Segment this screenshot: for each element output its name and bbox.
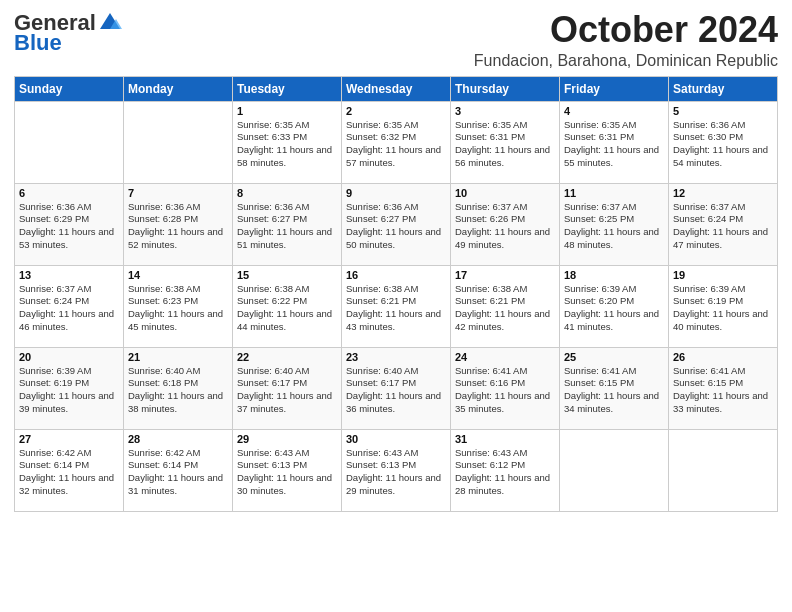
calendar-week-row: 27Sunrise: 6:42 AM Sunset: 6:14 PM Dayli… — [15, 429, 778, 511]
day-number: 27 — [19, 433, 119, 445]
table-row: 4Sunrise: 6:35 AM Sunset: 6:31 PM Daylig… — [560, 101, 669, 183]
col-wednesday: Wednesday — [342, 76, 451, 101]
table-row: 14Sunrise: 6:38 AM Sunset: 6:23 PM Dayli… — [124, 265, 233, 347]
day-number: 25 — [564, 351, 664, 363]
col-friday: Friday — [560, 76, 669, 101]
col-saturday: Saturday — [669, 76, 778, 101]
day-info: Sunrise: 6:41 AM Sunset: 6:16 PM Dayligh… — [455, 365, 555, 416]
day-info: Sunrise: 6:37 AM Sunset: 6:24 PM Dayligh… — [19, 283, 119, 334]
table-row: 20Sunrise: 6:39 AM Sunset: 6:19 PM Dayli… — [15, 347, 124, 429]
day-info: Sunrise: 6:35 AM Sunset: 6:32 PM Dayligh… — [346, 119, 446, 170]
day-number: 17 — [455, 269, 555, 281]
day-info: Sunrise: 6:36 AM Sunset: 6:27 PM Dayligh… — [237, 201, 337, 252]
day-number: 20 — [19, 351, 119, 363]
table-row: 27Sunrise: 6:42 AM Sunset: 6:14 PM Dayli… — [15, 429, 124, 511]
day-info: Sunrise: 6:41 AM Sunset: 6:15 PM Dayligh… — [564, 365, 664, 416]
table-row: 8Sunrise: 6:36 AM Sunset: 6:27 PM Daylig… — [233, 183, 342, 265]
day-info: Sunrise: 6:40 AM Sunset: 6:17 PM Dayligh… — [346, 365, 446, 416]
day-info: Sunrise: 6:36 AM Sunset: 6:28 PM Dayligh… — [128, 201, 228, 252]
day-number: 11 — [564, 187, 664, 199]
day-info: Sunrise: 6:39 AM Sunset: 6:19 PM Dayligh… — [673, 283, 773, 334]
day-number: 18 — [564, 269, 664, 281]
day-number: 2 — [346, 105, 446, 117]
day-number: 30 — [346, 433, 446, 445]
day-number: 3 — [455, 105, 555, 117]
day-info: Sunrise: 6:43 AM Sunset: 6:12 PM Dayligh… — [455, 447, 555, 498]
day-number: 16 — [346, 269, 446, 281]
table-row: 30Sunrise: 6:43 AM Sunset: 6:13 PM Dayli… — [342, 429, 451, 511]
logo-blue: Blue — [14, 30, 62, 56]
table-row: 18Sunrise: 6:39 AM Sunset: 6:20 PM Dayli… — [560, 265, 669, 347]
day-info: Sunrise: 6:35 AM Sunset: 6:31 PM Dayligh… — [564, 119, 664, 170]
table-row: 10Sunrise: 6:37 AM Sunset: 6:26 PM Dayli… — [451, 183, 560, 265]
table-row: 19Sunrise: 6:39 AM Sunset: 6:19 PM Dayli… — [669, 265, 778, 347]
day-number: 21 — [128, 351, 228, 363]
col-tuesday: Tuesday — [233, 76, 342, 101]
day-number: 15 — [237, 269, 337, 281]
table-row: 1Sunrise: 6:35 AM Sunset: 6:33 PM Daylig… — [233, 101, 342, 183]
table-row: 6Sunrise: 6:36 AM Sunset: 6:29 PM Daylig… — [15, 183, 124, 265]
table-row: 2Sunrise: 6:35 AM Sunset: 6:32 PM Daylig… — [342, 101, 451, 183]
table-row: 31Sunrise: 6:43 AM Sunset: 6:12 PM Dayli… — [451, 429, 560, 511]
day-number: 19 — [673, 269, 773, 281]
day-info: Sunrise: 6:38 AM Sunset: 6:23 PM Dayligh… — [128, 283, 228, 334]
table-row: 13Sunrise: 6:37 AM Sunset: 6:24 PM Dayli… — [15, 265, 124, 347]
day-number: 12 — [673, 187, 773, 199]
day-info: Sunrise: 6:40 AM Sunset: 6:18 PM Dayligh… — [128, 365, 228, 416]
day-number: 6 — [19, 187, 119, 199]
table-row — [124, 101, 233, 183]
day-number: 1 — [237, 105, 337, 117]
day-info: Sunrise: 6:37 AM Sunset: 6:24 PM Dayligh… — [673, 201, 773, 252]
day-number: 26 — [673, 351, 773, 363]
calendar-week-row: 13Sunrise: 6:37 AM Sunset: 6:24 PM Dayli… — [15, 265, 778, 347]
day-number: 7 — [128, 187, 228, 199]
day-number: 9 — [346, 187, 446, 199]
day-info: Sunrise: 6:36 AM Sunset: 6:30 PM Dayligh… — [673, 119, 773, 170]
calendar-week-row: 1Sunrise: 6:35 AM Sunset: 6:33 PM Daylig… — [15, 101, 778, 183]
day-info: Sunrise: 6:36 AM Sunset: 6:27 PM Dayligh… — [346, 201, 446, 252]
day-number: 8 — [237, 187, 337, 199]
day-number: 5 — [673, 105, 773, 117]
calendar-week-row: 6Sunrise: 6:36 AM Sunset: 6:29 PM Daylig… — [15, 183, 778, 265]
day-info: Sunrise: 6:39 AM Sunset: 6:19 PM Dayligh… — [19, 365, 119, 416]
calendar-week-row: 20Sunrise: 6:39 AM Sunset: 6:19 PM Dayli… — [15, 347, 778, 429]
day-info: Sunrise: 6:36 AM Sunset: 6:29 PM Dayligh… — [19, 201, 119, 252]
day-number: 23 — [346, 351, 446, 363]
table-row: 9Sunrise: 6:36 AM Sunset: 6:27 PM Daylig… — [342, 183, 451, 265]
table-row: 25Sunrise: 6:41 AM Sunset: 6:15 PM Dayli… — [560, 347, 669, 429]
table-row: 29Sunrise: 6:43 AM Sunset: 6:13 PM Dayli… — [233, 429, 342, 511]
col-monday: Monday — [124, 76, 233, 101]
table-row: 12Sunrise: 6:37 AM Sunset: 6:24 PM Dayli… — [669, 183, 778, 265]
day-info: Sunrise: 6:39 AM Sunset: 6:20 PM Dayligh… — [564, 283, 664, 334]
day-info: Sunrise: 6:38 AM Sunset: 6:21 PM Dayligh… — [455, 283, 555, 334]
day-info: Sunrise: 6:37 AM Sunset: 6:25 PM Dayligh… — [564, 201, 664, 252]
month-title: October 2024 — [474, 10, 778, 50]
day-info: Sunrise: 6:37 AM Sunset: 6:26 PM Dayligh… — [455, 201, 555, 252]
table-row: 11Sunrise: 6:37 AM Sunset: 6:25 PM Dayli… — [560, 183, 669, 265]
day-info: Sunrise: 6:40 AM Sunset: 6:17 PM Dayligh… — [237, 365, 337, 416]
logo: General Blue — [14, 10, 122, 56]
day-info: Sunrise: 6:43 AM Sunset: 6:13 PM Dayligh… — [237, 447, 337, 498]
table-row — [669, 429, 778, 511]
day-info: Sunrise: 6:43 AM Sunset: 6:13 PM Dayligh… — [346, 447, 446, 498]
day-info: Sunrise: 6:38 AM Sunset: 6:21 PM Dayligh… — [346, 283, 446, 334]
day-number: 4 — [564, 105, 664, 117]
col-sunday: Sunday — [15, 76, 124, 101]
table-row: 15Sunrise: 6:38 AM Sunset: 6:22 PM Dayli… — [233, 265, 342, 347]
day-info: Sunrise: 6:42 AM Sunset: 6:14 PM Dayligh… — [19, 447, 119, 498]
title-block: October 2024 Fundacion, Barahona, Domini… — [474, 10, 778, 70]
day-number: 13 — [19, 269, 119, 281]
subtitle: Fundacion, Barahona, Dominican Republic — [474, 52, 778, 70]
calendar-header-row: Sunday Monday Tuesday Wednesday Thursday… — [15, 76, 778, 101]
day-info: Sunrise: 6:38 AM Sunset: 6:22 PM Dayligh… — [237, 283, 337, 334]
day-info: Sunrise: 6:41 AM Sunset: 6:15 PM Dayligh… — [673, 365, 773, 416]
day-info: Sunrise: 6:35 AM Sunset: 6:33 PM Dayligh… — [237, 119, 337, 170]
day-number: 10 — [455, 187, 555, 199]
table-row: 3Sunrise: 6:35 AM Sunset: 6:31 PM Daylig… — [451, 101, 560, 183]
table-row — [15, 101, 124, 183]
table-row: 16Sunrise: 6:38 AM Sunset: 6:21 PM Dayli… — [342, 265, 451, 347]
day-info: Sunrise: 6:35 AM Sunset: 6:31 PM Dayligh… — [455, 119, 555, 170]
table-row — [560, 429, 669, 511]
col-thursday: Thursday — [451, 76, 560, 101]
day-number: 14 — [128, 269, 228, 281]
